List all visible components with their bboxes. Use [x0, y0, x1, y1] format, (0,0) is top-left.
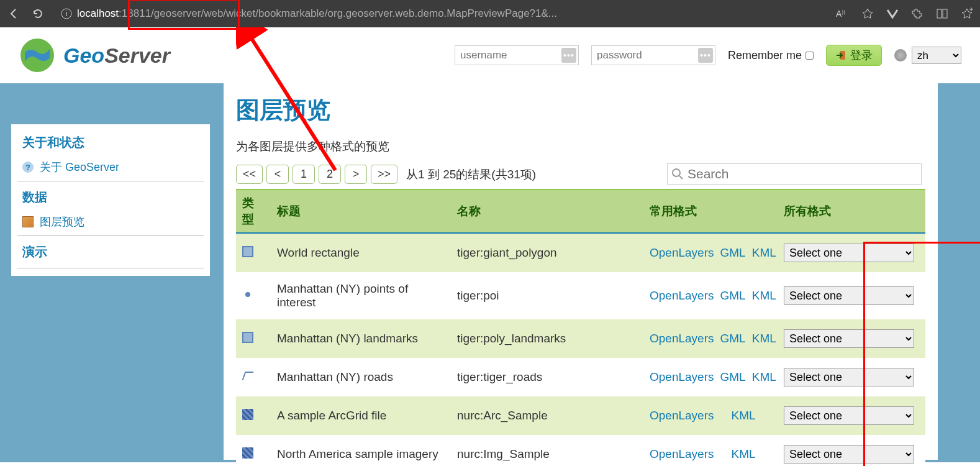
common-formats: OpenLayersKML — [643, 435, 778, 466]
kml-link[interactable]: KML — [752, 332, 776, 345]
help-icon: ? — [22, 162, 34, 173]
common-formats: OpenLayersGMLKML — [643, 319, 778, 358]
app-header: GeoServer ••• ••• Remember me 登录 zh — [0, 27, 980, 83]
svg-point-11 — [673, 169, 680, 176]
username-input[interactable] — [455, 45, 579, 65]
pager-last[interactable]: >> — [371, 165, 397, 184]
browser-bar: i localhost:18811/geoserver/web/wicket/b… — [0, 0, 980, 27]
kml-link[interactable]: KML — [732, 447, 756, 460]
login-button[interactable]: 登录 — [826, 45, 882, 66]
pager: << < 1 2 > >> 从1 到 25的结果(共31项) — [236, 165, 925, 184]
favorite-icon[interactable] — [861, 7, 874, 21]
kml-link[interactable]: KML — [752, 289, 776, 302]
back-button[interactable] — [6, 7, 20, 21]
col-title[interactable]: 标题 — [271, 190, 451, 233]
format-select[interactable]: Select one — [784, 286, 914, 305]
col-name[interactable]: 名称 — [451, 190, 643, 233]
layer-name: tiger:tiger_roads — [451, 358, 643, 396]
common-formats: OpenLayersGMLKML — [643, 272, 778, 319]
remember-me-checkbox[interactable] — [805, 52, 814, 60]
sidebar: 关于和状态 ?关于 GeoServer 数据 图层预览 演示 — [11, 124, 210, 276]
pager-prev[interactable]: < — [266, 165, 289, 184]
search-input[interactable] — [687, 167, 917, 181]
collections-icon[interactable] — [960, 7, 974, 21]
table-row: Manhattan (NY) roadstiger:tiger_roadsOpe… — [236, 358, 925, 396]
openlayers-link[interactable]: OpenLayers — [650, 332, 714, 345]
v-icon[interactable] — [886, 7, 899, 21]
kml-link[interactable]: KML — [732, 409, 756, 422]
pt-layer-icon — [245, 292, 250, 297]
col-type[interactable]: 类型 — [236, 190, 271, 233]
openlayers-link[interactable]: OpenLayers — [650, 409, 714, 422]
col-common[interactable]: 常用格式 — [643, 190, 778, 233]
remember-me-label: Remember me — [728, 49, 814, 62]
sidebar-group-about: 关于和状态 — [11, 129, 210, 156]
layer-title: North America sample imagery — [271, 435, 451, 466]
geoserver-logo[interactable]: GeoServer — [19, 37, 170, 74]
globe-icon — [894, 49, 907, 62]
kml-link[interactable]: KML — [752, 246, 776, 259]
globe-logo-icon — [19, 37, 56, 74]
openlayers-link[interactable]: OpenLayers — [650, 447, 714, 460]
raster-layer-icon — [242, 447, 253, 459]
layer-name: tiger:giant_polygon — [451, 233, 643, 272]
sidebar-group-data: 数据 — [11, 184, 210, 211]
read-aloud-icon[interactable]: A⁾⁾ — [836, 7, 850, 21]
svg-rect-3 — [937, 9, 941, 18]
gml-link[interactable]: GML — [720, 289, 746, 302]
svg-text:A⁾⁾: A⁾⁾ — [836, 9, 845, 19]
svg-text:i: i — [66, 9, 68, 18]
svg-line-12 — [679, 176, 683, 179]
table-row: North America sample imagerynurc:Img_Sam… — [236, 435, 925, 466]
pager-page-2[interactable]: 2 — [319, 165, 341, 184]
gml-link[interactable]: GML — [720, 370, 746, 383]
format-select[interactable]: Select one — [784, 445, 914, 464]
common-formats: OpenLayersGMLKML — [643, 233, 778, 272]
sidebar-group-demo: 演示 — [11, 239, 210, 265]
url-text: localhost:18811/geoserver/web/wicket/boo… — [77, 7, 557, 20]
layer-table: 类型 标题 名称 常用格式 所有格式 World rectangletiger:… — [236, 189, 925, 466]
layer-title: Manhattan (NY) roads — [271, 358, 451, 396]
sidebar-item-about-geoserver[interactable]: ?关于 GeoServer — [11, 156, 210, 178]
kml-link[interactable]: KML — [752, 370, 776, 383]
layer-title: World rectangle — [271, 233, 451, 272]
split-icon[interactable] — [935, 7, 949, 21]
poly-layer-icon — [242, 332, 253, 343]
sidebar-item-layer-preview[interactable]: 图层预览 — [11, 211, 210, 233]
layer-name: nurc:Img_Sample — [451, 435, 643, 466]
layer-name: tiger:poi — [451, 272, 643, 319]
pager-first[interactable]: << — [236, 165, 263, 184]
raster-layer-icon — [242, 409, 253, 420]
layer-title: Manhattan (NY) landmarks — [271, 319, 451, 358]
extensions-icon[interactable] — [910, 7, 924, 21]
pager-next[interactable]: > — [345, 165, 367, 184]
autofill-icon[interactable]: ••• — [698, 48, 713, 63]
openlayers-link[interactable]: OpenLayers — [650, 289, 714, 302]
layers-icon — [22, 216, 34, 227]
address-bar[interactable]: i localhost:18811/geoserver/web/wicket/b… — [56, 4, 825, 24]
poly-layer-icon — [242, 246, 253, 257]
openlayers-link[interactable]: OpenLayers — [650, 370, 714, 383]
search-box[interactable] — [667, 163, 922, 185]
password-input[interactable] — [591, 45, 715, 65]
table-row: A sample ArcGrid filenurc:Arc_SampleOpen… — [236, 396, 925, 435]
info-icon: i — [61, 8, 72, 19]
format-select[interactable]: Select one — [784, 406, 914, 425]
pager-page-1[interactable]: 1 — [293, 165, 315, 184]
gml-link[interactable]: GML — [720, 332, 746, 345]
refresh-button[interactable] — [31, 7, 45, 21]
table-row: Manhattan (NY) landmarkstiger:poly_landm… — [236, 319, 925, 358]
language-select[interactable]: zh — [912, 47, 961, 64]
svg-rect-4 — [943, 9, 947, 18]
format-select[interactable]: Select one — [784, 244, 914, 262]
layer-title: A sample ArcGrid file — [271, 396, 451, 435]
col-all[interactable]: 所有格式 — [778, 190, 925, 233]
openlayers-link[interactable]: OpenLayers — [650, 246, 714, 259]
format-select[interactable]: Select one — [784, 329, 914, 348]
layer-title: Manhattan (NY) points of interest — [271, 272, 451, 319]
layer-name: nurc:Arc_Sample — [451, 396, 643, 435]
ln-layer-icon — [242, 370, 253, 381]
gml-link[interactable]: GML — [720, 246, 746, 259]
format-select[interactable]: Select one — [784, 368, 914, 386]
autofill-icon[interactable]: ••• — [561, 48, 576, 63]
